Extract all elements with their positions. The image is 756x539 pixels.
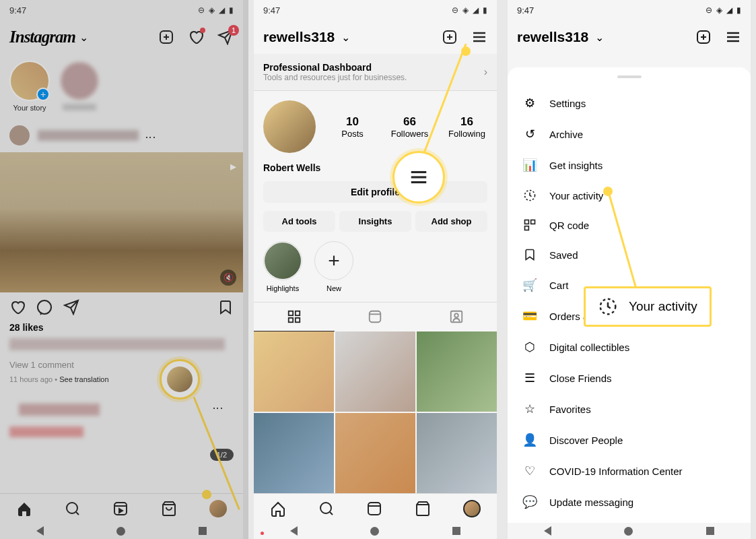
recents-button[interactable] [706,527,714,535]
tab-reels[interactable] [335,303,415,331]
new-highlight-button[interactable]: +New [314,241,353,292]
create-post-button [695,29,712,45]
profile-avatar[interactable] [263,100,316,153]
tab-grid[interactable] [254,303,335,331]
profile-stats-row: 10Posts 66Followers 16Following [254,91,497,162]
nav-search[interactable] [65,501,81,517]
sheet-handle[interactable] [617,75,642,78]
nav-profile[interactable] [463,500,481,517]
menu-digital-collectibles[interactable]: ⬡Digital collectibles [508,331,751,362]
messenger-icon: 💬 [522,495,537,509]
menu-your-activity[interactable]: Your activity [508,181,751,210]
mute-icon[interactable]: 🔇 [220,270,236,286]
activity-heart-button[interactable] [188,29,204,45]
status-icons: ⊖◈◢▮ [198,5,234,15]
nav-reels[interactable] [366,501,382,517]
chevron-down-icon: ⌄ [595,31,604,44]
view-comments[interactable]: View 1 comment [0,356,243,374]
menu-discover-people[interactable]: 👤Discover People [508,424,751,455]
svg-rect-39 [531,220,535,224]
followers-stat[interactable]: 66Followers [389,115,430,139]
status-bar: 9:47 ⊖◈◢▮ [254,0,497,20]
highlight-item[interactable]: Highlights [263,241,302,292]
menu-qr-code[interactable]: QR code [508,210,751,240]
following-stat[interactable]: 16Following [446,115,487,139]
post-media[interactable]: ▸ 🔇 [0,152,243,292]
qr-icon [522,218,537,232]
post-more-button[interactable]: ⋮ [144,132,157,139]
menu-covid-info[interactable]: ♡COVID-19 Information Center [508,455,751,486]
nav-shop[interactable] [415,501,431,517]
grid-post[interactable] [254,331,334,412]
home-button[interactable] [370,527,379,536]
instagram-logo[interactable]: Instagram [9,28,75,46]
ad-tools-button[interactable]: Ad tools [263,211,335,232]
back-button[interactable] [290,526,298,536]
add-story-icon[interactable]: + [36,88,50,101]
posts-stat[interactable]: 10Posts [332,115,373,139]
grid-post[interactable] [417,413,497,493]
post-more-button[interactable]: ⋮ [211,403,234,410]
username[interactable]: rewells318 [263,29,335,45]
home-button[interactable] [624,527,633,536]
nav-home[interactable] [270,501,286,517]
story-item[interactable] [59,61,100,110]
hamburger-menu-button[interactable] [471,29,487,45]
back-button[interactable] [544,526,551,536]
see-translation[interactable]: See translation [59,375,108,383]
your-story[interactable]: + Your story [9,61,50,112]
svg-rect-15 [289,311,293,315]
menu-settings[interactable]: ⚙Settings [508,88,751,119]
grid-post[interactable] [335,331,415,412]
menu-close-friends[interactable]: ☰Close Friends [508,362,751,393]
svg-rect-6 [114,503,127,515]
stories-row[interactable]: + Your story [0,54,243,119]
home-button[interactable] [116,527,125,536]
username: rewells318 [517,29,588,45]
messages-button[interactable]: 1 [217,29,234,45]
chevron-down-icon[interactable]: ⌄ [341,31,350,44]
nav-shop[interactable] [161,501,177,517]
svg-point-4 [67,503,77,513]
svg-rect-25 [368,503,380,515]
insights-button[interactable]: Insights [339,211,411,232]
cart-icon: 🛒 [522,278,537,292]
dashboard-title: Professional Dashboard [263,62,407,73]
svg-rect-16 [296,311,300,315]
like-button[interactable] [9,299,26,315]
likes-count[interactable]: 28 likes [0,322,243,333]
share-button[interactable] [63,299,79,315]
profile-header: rewells318 ⌄ [508,20,751,54]
highlight-profile-tab [160,359,200,400]
create-post-button[interactable] [442,29,458,45]
post-author-avatar[interactable] [9,125,30,146]
grid-post[interactable] [254,413,334,493]
list-icon: ☰ [522,371,537,385]
status-time: 9:47 [9,5,26,15]
edit-profile-button[interactable]: Edit profile [263,181,487,203]
nav-reels[interactable] [112,501,129,517]
nav-profile[interactable] [209,500,227,517]
create-post-button[interactable] [158,29,174,45]
add-shop-button[interactable]: Add shop [415,211,487,232]
recents-button[interactable] [199,527,207,535]
profile-tabs [254,302,497,331]
tab-tagged[interactable] [416,303,497,331]
recents-button[interactable] [452,527,460,535]
nav-search[interactable] [318,501,335,517]
chevron-down-icon[interactable]: ⌄ [79,31,88,44]
svg-rect-38 [525,220,529,224]
grid-post[interactable] [335,413,415,493]
grid-post[interactable] [417,331,497,412]
comment-button[interactable] [36,299,53,315]
nav-home[interactable] [16,501,32,517]
svg-point-22 [454,313,458,317]
menu-favorites[interactable]: ☆Favorites [508,393,751,424]
menu-insights[interactable]: 📊Get insights [508,150,751,181]
menu-archive[interactable]: ↺Archive [508,119,751,150]
status-bar: 9:47 ⊖◈◢▮ [508,0,751,20]
save-button[interactable] [217,299,234,315]
status-icons: ⊖◈◢▮ [452,5,487,15]
back-button[interactable] [36,526,44,536]
menu-update-messaging[interactable]: 💬Update messaging [508,486,751,517]
